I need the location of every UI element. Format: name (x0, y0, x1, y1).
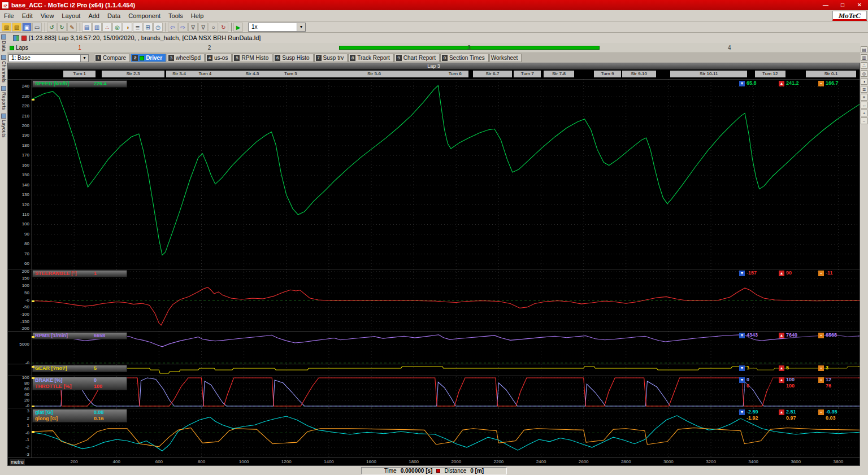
track-section-str-6-7[interactable]: Str 6-7 (473, 71, 512, 77)
plot-speed[interactable]: SPEED [km/h]226.4▼65.8▲241.2▪166.7 (32, 80, 860, 269)
print-icon[interactable]: ▭ (32, 23, 42, 32)
track-section-turn-7[interactable]: Turn 7 (514, 71, 541, 77)
open-workspace-icon[interactable]: ▨ (2, 23, 11, 32)
menu-add[interactable]: Add (84, 11, 103, 20)
channel-legend-steer[interactable]: STEERANGLE [°]1 (32, 270, 127, 277)
channel-legend-gear[interactable]: GEAR [?no?]5 (32, 365, 127, 372)
laps-track[interactable]: 1234 (28, 43, 860, 53)
track-section-str-7-8[interactable]: Str 7-8 (544, 71, 574, 77)
worksheet-selector[interactable]: 1: Base ▾ (8, 54, 89, 62)
play-icon[interactable]: ▶ (233, 23, 243, 32)
stat-min-value: -2.59 (747, 409, 758, 415)
scatter-panel-icon[interactable]: ∴ (861, 62, 867, 69)
sidebar-tab-data[interactable]: Data (0, 34, 7, 51)
tab-worksheet[interactable]: Worksheet (489, 54, 522, 62)
menu-component[interactable]: Component (124, 11, 164, 20)
histogram-component-icon[interactable]: ▥ (92, 23, 102, 32)
plot-rpm[interactable]: RPMS [1/min]6658▼4343▲7640▪6568 (32, 332, 860, 364)
filter-distance-icon[interactable]: ∇ (198, 23, 208, 32)
plot-steer[interactable]: STEERANGLE [°]1▼-157▲90▪-11 (32, 269, 860, 331)
track-section-str-9-10[interactable]: Str 9-10 (622, 71, 656, 77)
tab-wheelspd[interactable]: 3wheelSpd (167, 54, 205, 62)
plot-pedals[interactable]: BRAKE [%]0THROTTLE [%]100▼0▲100▪12▼0▲100… (32, 376, 860, 408)
track-section-str-3-4[interactable]: Str 3-4 (166, 71, 192, 77)
tab-compare[interactable]: 1Compare (94, 54, 130, 62)
menu-edit[interactable]: Edit (18, 11, 37, 20)
track-section-turn-1[interactable]: Turn 1 (63, 71, 96, 77)
table-icon[interactable]: ⊞ (143, 23, 153, 32)
next-lap-icon[interactable]: ⇨ (178, 23, 188, 32)
zoom-out-icon[interactable]: − (861, 117, 867, 124)
open-file-icon[interactable]: ▨ (12, 23, 21, 32)
tab-track-report[interactable]: 8Track Report (348, 54, 393, 62)
track-section-turn-9[interactable]: Turn 9 (594, 71, 621, 77)
save-icon[interactable]: ▣ (22, 23, 32, 32)
find-icon[interactable]: ○ (209, 23, 218, 32)
y-tick-label: 160 (22, 163, 29, 168)
laps-bar[interactable]: Laps 1234 (7, 43, 860, 53)
track-map-icon[interactable]: ◎ (112, 23, 122, 32)
menu-view[interactable]: View (37, 11, 58, 20)
maximize-button[interactable]: □ (834, 0, 851, 10)
graph-panel-icon[interactable]: ▤ (861, 46, 867, 53)
channel-report-icon[interactable]: ≣ (861, 86, 867, 93)
menu-tools[interactable]: Tools (164, 11, 187, 20)
tab-chart-report[interactable]: 9Chart Report (394, 54, 440, 62)
track-section-str-10-11[interactable]: Str 10-11 (670, 71, 747, 77)
tab-susp-histo[interactable]: 6Susp Histo (273, 54, 313, 62)
chevron-down-icon[interactable]: ▾ (297, 23, 305, 31)
graph-component-icon[interactable]: ▤ (82, 23, 92, 32)
plot-g[interactable]: glat [G]0.08glong [G]0.16▼-2.59▲2.51▪-0.… (32, 408, 860, 457)
values-icon[interactable]: ≣ (133, 23, 142, 32)
playback-speed-select[interactable]: 1x ▾ (248, 23, 306, 32)
time-clock-icon[interactable]: ◷ (153, 23, 163, 32)
tab-susp-trv[interactable]: 7Susp trv (314, 54, 348, 62)
channel-legend-speed[interactable]: SPEED [km/h]226.4 (32, 80, 127, 88)
track-section-str-4-5[interactable]: Str 4-5 (218, 71, 287, 77)
minimize-button[interactable]: — (817, 0, 834, 10)
prev-lap-icon[interactable]: ⇦ (168, 23, 177, 32)
track-section-str-5-6[interactable]: Str 5-6 (301, 71, 447, 77)
channel-legend-g[interactable]: glat [G]0.08glong [G]0.16 (32, 409, 127, 422)
gauge-panel-icon[interactable]: ◑ (861, 78, 867, 85)
redo-icon[interactable]: ↻ (57, 23, 67, 32)
track-section-turn-6[interactable]: Turn 6 (441, 71, 468, 77)
refresh-data-icon[interactable]: ↻ (219, 23, 228, 32)
lap-marker-3[interactable]: 3 (467, 45, 471, 51)
track-section-turn-4[interactable]: Turn 4 (192, 71, 219, 77)
scatter-component-icon[interactable]: ∴ (102, 23, 112, 32)
tab-section-times[interactable]: 0Section Times (440, 54, 489, 62)
edit-maths-icon[interactable]: ✎ (67, 23, 77, 32)
track-section-str-0-1[interactable]: Str 0-1 (806, 71, 856, 77)
tab-driver[interactable]: 2Driver (131, 54, 166, 62)
sidebar-tab-reports[interactable]: Reports (0, 86, 7, 110)
lap-marker-4[interactable]: 4 (728, 45, 731, 51)
track-section-turn-5[interactable]: Turn 5 (280, 71, 301, 77)
sidebar-tab-channels[interactable]: Channels (0, 55, 7, 82)
menu-help[interactable]: Help (187, 11, 208, 20)
undo-icon[interactable]: ↺ (47, 23, 57, 32)
plot-gear[interactable]: GEAR [?no?]5▼1▲5▪3 (32, 364, 860, 376)
menu-data[interactable]: Data (103, 11, 124, 20)
zoom-in-icon[interactable]: + (861, 110, 867, 116)
channel-legend-pedals[interactable]: BRAKE [%]0THROTTLE [%]100 (32, 377, 127, 390)
time-distance-icon[interactable]: ↔ (861, 102, 867, 108)
channel-name: STEERANGLE [°] (35, 271, 94, 277)
tab-rpm-histo[interactable]: 5RPM Histo (232, 54, 272, 62)
tab-us-os[interactable]: 4us-os (205, 54, 232, 62)
sidebar-tab-layouts[interactable]: Layouts (0, 114, 7, 138)
chevron-down-icon[interactable]: ▾ (80, 55, 88, 62)
track-section-str-2-3[interactable]: Str 2-3 (102, 71, 165, 77)
track-map-panel-icon[interactable]: ◎ (861, 70, 867, 77)
track-section-turn-12[interactable]: Turn 12 (755, 71, 785, 77)
menu-file[interactable]: File (0, 11, 18, 20)
close-button[interactable]: ✕ (851, 0, 868, 10)
values-panel-icon[interactable]: ≡ (861, 94, 867, 101)
lap-marker-2[interactable]: 2 (208, 45, 211, 51)
channel-legend-rpm[interactable]: RPMS [1/min]6658 (32, 332, 127, 339)
gauge-icon[interactable]: ◑ (123, 23, 132, 32)
menu-layout[interactable]: Layout (58, 11, 84, 20)
lap-marker-1[interactable]: 1 (78, 45, 81, 51)
filter-time-icon[interactable]: ∇ (188, 23, 198, 32)
histogram-panel-icon[interactable]: ▥ (861, 54, 867, 61)
